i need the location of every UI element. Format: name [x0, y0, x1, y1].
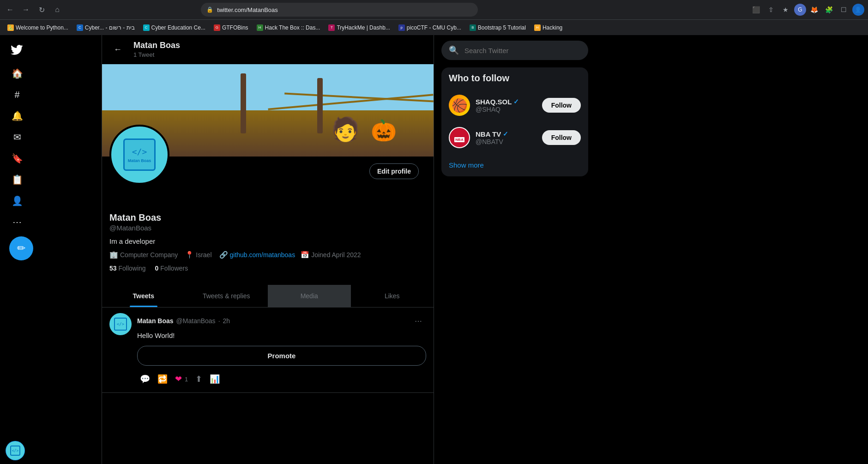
bookmark-label-bootstrap: Bootstrap 5 Tutorial — [478, 24, 526, 31]
bookmark-label-thm: TryHackMe | Dashb... — [337, 24, 390, 31]
like-button[interactable]: ❤ 1 — [172, 371, 191, 387]
bookmark-htb[interactable]: H Hack The Box :: Das... — [253, 23, 324, 33]
notifications-icon: 🔔 — [11, 110, 23, 122]
compose-button[interactable]: ✏ — [9, 236, 33, 260]
bookmark-icon-python: 🐍 — [7, 24, 14, 31]
back-button[interactable]: ← — [4, 3, 17, 16]
meta-website[interactable]: 🔗 github.com/matanboas — [219, 251, 295, 259]
bookmark-thm[interactable]: T TryHackMe | Dashb... — [325, 23, 393, 33]
edit-profile-button[interactable]: Edit profile — [369, 163, 419, 179]
following-stat[interactable]: 53 Following — [109, 265, 146, 272]
account-button[interactable]: 👤 — [852, 4, 864, 16]
shaq-name: SHAQ.SOL ✓ — [476, 98, 536, 106]
followers-stat[interactable]: 0 Followers — [155, 265, 188, 272]
profile-stats: 53 Following 0 Followers — [109, 265, 426, 272]
meta-joined: 📅 Joined April 2022 — [301, 251, 361, 259]
bookmark-icon-hacking: H — [534, 24, 541, 31]
profile-icon: 👤 — [11, 195, 23, 207]
lists-icon: 📋 — [11, 174, 23, 186]
meta-location: 📍 Israel — [185, 251, 211, 259]
sidebar-item-lists[interactable]: 📋 — [6, 169, 96, 190]
user-avatar[interactable]: </> — [6, 441, 25, 460]
extensions-button[interactable]: 🧩 — [823, 3, 836, 16]
tab-tweets-replies[interactable]: Tweets & replies — [185, 285, 268, 307]
shaq-follow-button[interactable]: Follow — [542, 98, 581, 113]
nbatv-verified-icon: ✓ — [503, 130, 508, 138]
bookmark-icon-cyber-hebrew: C — [77, 24, 83, 31]
bookmark-cyber-hebrew[interactable]: C Cyber... - בית - רשום — [73, 23, 139, 33]
follow-item-nbatv[interactable]: NBA NBA TV ✓ @NBATV Follow — [441, 121, 588, 154]
nbatv-follow-button[interactable]: Follow — [542, 130, 581, 145]
nbatv-handle: @NBATV — [476, 138, 536, 145]
search-input[interactable] — [464, 47, 581, 54]
tweet-avatar[interactable]: </> — [109, 313, 132, 335]
promote-button[interactable]: Promote — [137, 346, 426, 366]
reply-button[interactable]: 💬 — [137, 371, 153, 387]
cast-button[interactable]: ⬛ — [750, 3, 763, 16]
bookmark-label-gtfo: GTFOBins — [222, 24, 248, 31]
search-box[interactable]: 🔍 — [441, 41, 588, 60]
bookmarks-bar: 🐍 Welcome to Python... C Cyber... - בית … — [0, 19, 868, 35]
share-button[interactable]: ⇧ — [765, 3, 778, 16]
sidebar-item-notifications[interactable]: 🔔 — [6, 105, 96, 127]
sidebar-item-more[interactable]: ⋯ — [6, 211, 96, 233]
bookmark-pico[interactable]: p picoCTF - CMU Cyb... — [395, 23, 465, 33]
bookmark-label-python: Welcome to Python... — [16, 24, 68, 31]
share-icon: ⬆ — [195, 374, 202, 384]
profile-tweet-count: 1 Tweet — [133, 51, 154, 58]
follow-item-shaq[interactable]: 🏀 SHAQ.SOL ✓ @SHAQ Follow — [441, 89, 588, 121]
analytics-button[interactable]: 📊 — [207, 371, 223, 387]
bookmark-label-hacking: Hacking — [542, 24, 562, 31]
main-content: 🏠 # 🔔 ✉ 🔖 📋 👤 ⋯ ✏ </> — [0, 35, 868, 464]
bookmark-cyber-edu[interactable]: C Cyber Education Ce... — [139, 23, 209, 33]
bookmark-icon-gtfo: G — [214, 24, 220, 31]
tab-likes[interactable]: Likes — [351, 285, 434, 307]
sidebar-item-home[interactable]: 🏠 — [6, 63, 96, 84]
show-more-link[interactable]: Show more — [441, 154, 588, 176]
twitter-logo[interactable] — [6, 39, 28, 61]
profile-name: Matan Boas — [109, 212, 426, 223]
sidebar-item-bookmarks[interactable]: 🔖 — [6, 148, 96, 169]
sidebar-item-profile[interactable]: 👤 — [6, 190, 96, 211]
bookmark-star-button[interactable]: ★ — [779, 3, 792, 16]
sidebar-item-messages[interactable]: ✉ — [6, 127, 96, 148]
tweet-content: Matan Boas @MatanBoas · 2h ⋯ Hello World… — [137, 313, 426, 387]
window-button[interactable]: ☐ — [838, 3, 850, 16]
analytics-icon: 📊 — [210, 374, 220, 384]
bookmark-gtfo[interactable]: G GTFOBins — [210, 23, 252, 33]
profile-button[interactable]: G — [794, 4, 806, 16]
link-icon: 🔗 — [219, 251, 228, 259]
profile-avatar: </> Matan Boas — [109, 125, 169, 185]
bookmark-python[interactable]: 🐍 Welcome to Python... — [4, 23, 72, 33]
nbatv-name: NBA TV ✓ — [476, 130, 536, 138]
refresh-button[interactable]: ↻ — [35, 3, 48, 16]
followers-label: Followers — [160, 265, 188, 272]
avatar-code-box: </> Matan Boas — [123, 139, 156, 171]
sidebar-item-explore[interactable]: # — [6, 84, 96, 105]
website-link[interactable]: github.com/matanboas — [230, 251, 295, 259]
shaq-avatar: 🏀 — [449, 95, 470, 116]
extension-fox-button[interactable]: 🦊 — [808, 3, 821, 16]
share-button[interactable]: ⬆ — [193, 371, 205, 387]
url-text: twitter.com/MatanBoas — [217, 6, 278, 13]
retweet-icon: 🔁 — [157, 374, 168, 384]
address-bar[interactable]: 🔒 twitter.com/MatanBoas — [201, 3, 478, 17]
nbatv-info: NBA TV ✓ @NBATV — [476, 130, 536, 145]
explore-icon: # — [11, 89, 23, 101]
forward-button[interactable]: → — [19, 3, 32, 16]
tweet-author-info: Matan Boas @MatanBoas · 2h — [137, 317, 230, 325]
profile-area: ← Matan Boas 1 Tweet 🧑 🎃 — [102, 35, 434, 464]
tweet-dot: · — [218, 317, 220, 325]
bookmark-icon-htb: H — [257, 24, 263, 31]
tweet-more-button[interactable]: ⋯ — [410, 313, 426, 329]
bookmark-hacking[interactable]: H Hacking — [530, 23, 566, 33]
back-button[interactable]: ← — [109, 42, 126, 58]
home-button[interactable]: ⌂ — [51, 3, 64, 16]
retweet-button[interactable]: 🔁 — [155, 371, 170, 387]
bookmark-label-pico: picoCTF - CMU Cyb... — [407, 24, 461, 31]
reply-icon: 💬 — [140, 374, 150, 384]
bookmark-bootstrap[interactable]: B Bootstrap 5 Tutorial — [466, 23, 530, 33]
tab-media[interactable]: Media — [268, 285, 351, 307]
tab-tweets[interactable]: Tweets — [102, 285, 185, 307]
meta-company: 🏢 Computer Company — [109, 251, 178, 259]
